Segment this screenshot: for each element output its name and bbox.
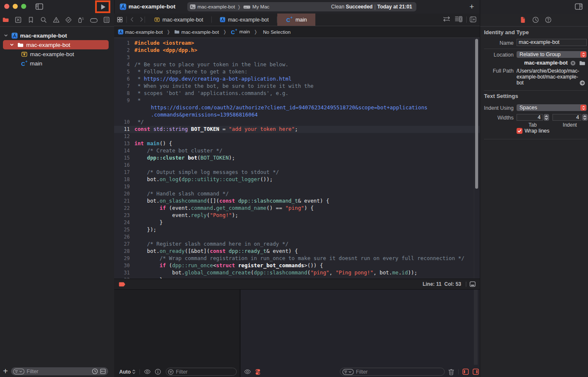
- hide-debug-area-button[interactable]: [469, 281, 476, 287]
- recent-files-clock-icon[interactable]: [92, 368, 98, 374]
- line-number: 7: [114, 83, 130, 90]
- code-line-30: 30 if (dpp::run_once<struct register_bot…: [114, 262, 480, 269]
- code-line-15: 15 dpp::cluster bot(BOT_TOKEN);: [114, 155, 480, 162]
- navigator-filter-field[interactable]: Filter: [11, 367, 108, 375]
- code-line-26: 26: [114, 233, 480, 241]
- console-filter-field[interactable]: Filter: [340, 368, 445, 376]
- line-number: 22: [114, 205, 130, 212]
- tab-width-field[interactable]: 4: [517, 114, 543, 121]
- tab-width-stepper[interactable]: [544, 114, 549, 121]
- go-forward-button[interactable]: [138, 16, 145, 23]
- help-inspector-tab-icon[interactable]: [545, 16, 552, 23]
- editor-tab-main[interactable]: C+main: [277, 14, 315, 26]
- line-content: /* Register slash command here in on_rea…: [134, 241, 288, 248]
- indent-width-field[interactable]: 4: [552, 114, 581, 121]
- titlebar-right-seam: [480, 0, 480, 14]
- variables-view[interactable]: Auto Filter: [114, 290, 240, 377]
- line-content: /* Wrap command registration in run_once…: [134, 255, 465, 262]
- code-line-14: 14 /* Create bot cluster */: [114, 147, 480, 155]
- tree-row-mac-example-bot-1[interactable]: mac-example-bot: [0, 40, 114, 49]
- project-navigator-tree: mac-example-botmac-example-botmac-exampl…: [0, 31, 114, 68]
- name-input[interactable]: mac-example-bot: [517, 39, 587, 46]
- navigator-tab-bookmarks-navigator[interactable]: [27, 16, 34, 23]
- scheme-destination[interactable]: My Mac: [251, 4, 269, 9]
- navigator-tab-breakpoints-navigator[interactable]: [90, 17, 98, 23]
- toggle-left-sidebar-button[interactable]: [36, 3, 43, 10]
- project-app-icon: [11, 33, 18, 39]
- line-content: */: [134, 119, 144, 126]
- code-line-5: 5 * Follow steps here to get a token:: [114, 68, 480, 76]
- navigator-tab-project-navigator[interactable]: [2, 16, 10, 23]
- variables-info-icon[interactable]: [155, 369, 161, 375]
- navigator-tab-debug-navigator[interactable]: [77, 16, 84, 23]
- tabbar-separator-2: [145, 16, 145, 23]
- reveal-path-arrow-icon[interactable]: [580, 80, 585, 86]
- variables-scope-menu[interactable]: Auto: [119, 369, 136, 375]
- jumpbar-item-mac-example-bot[interactable]: mac-example-bot: [118, 29, 163, 35]
- console-eye-icon[interactable]: [244, 369, 251, 374]
- history-inspector-tab-icon[interactable]: [532, 16, 539, 23]
- navigator-tab-tests-navigator[interactable]: [65, 16, 72, 23]
- run-button[interactable]: [99, 3, 107, 11]
- variables-eye-icon[interactable]: [144, 369, 151, 374]
- code-line-18: 18 bot.on_log(dpp::utility::cout_logger(…: [114, 176, 480, 183]
- library-add-button[interactable]: +: [467, 2, 477, 11]
- code-line-13: 13int main() {: [114, 140, 480, 147]
- clear-location-icon[interactable]: [570, 60, 576, 66]
- line-content: bot.global_command_create(dpp::slashcomm…: [134, 269, 417, 277]
- show-variables-view-toggle[interactable]: [462, 369, 469, 375]
- editor-tab-mac-example-bot[interactable]: mac-example-bot: [146, 14, 211, 26]
- added-files-badge-icon[interactable]: [100, 368, 106, 374]
- jumpbar-item-no-selection[interactable]: No Selection: [261, 30, 290, 35]
- variables-filter-field[interactable]: Filter: [166, 368, 237, 376]
- window-zoom-button[interactable]: [21, 4, 26, 9]
- navigator-tab-reports-navigator[interactable]: [103, 16, 110, 23]
- swap-editor-icon[interactable]: [443, 16, 450, 22]
- disclosure-chevron-icon[interactable]: [4, 33, 8, 38]
- add-editor-button[interactable]: [470, 16, 476, 23]
- console-scrollbar-track: [474, 290, 478, 365]
- wrap-lines-checkbox[interactable]: [517, 128, 522, 134]
- disclosure-chevron-icon[interactable]: [10, 43, 14, 47]
- show-console-view-toggle[interactable]: [473, 369, 479, 375]
- line-content: const std::string BOT_TOKEN = "add your …: [134, 126, 298, 133]
- line-number: 13: [114, 140, 130, 147]
- variables-filter-funnel-icon: [168, 369, 174, 375]
- editor-options-icon[interactable]: [455, 16, 462, 22]
- file-inspector-tab-icon[interactable]: [520, 16, 526, 23]
- line-number: 18: [114, 176, 130, 183]
- jumpbar-item-label: No Selection: [261, 30, 290, 35]
- related-items-grid-icon[interactable]: [117, 17, 123, 22]
- location-popup[interactable]: Relative to Group: [517, 51, 587, 58]
- go-back-button[interactable]: [129, 16, 135, 23]
- product-icon: [154, 17, 160, 22]
- clear-console-trash-icon[interactable]: [448, 369, 454, 375]
- breakpoint-indicator-icon[interactable]: [119, 282, 126, 287]
- window-minimize-button[interactable]: [13, 4, 18, 9]
- scheme-name[interactable]: mac-example-bot: [196, 4, 235, 9]
- choose-folder-icon[interactable]: [579, 60, 585, 66]
- tree-row-mac-example-bot-2[interactable]: mac-example-bot: [0, 49, 114, 59]
- line-number: 11: [114, 126, 130, 133]
- scheme-and-activity-bar[interactable]: mac-example-bot ❭ My Mac Clean Succeeded…: [187, 2, 416, 11]
- indent-using-popup[interactable]: Spaces: [517, 104, 587, 111]
- breakpoints-toggle-icon[interactable]: [255, 369, 261, 375]
- window-close-button[interactable]: [4, 4, 9, 9]
- editor-scrollbar-thumb[interactable]: [475, 39, 478, 189]
- console-view[interactable]: Filter: [241, 290, 480, 377]
- indent-width-stepper[interactable]: [582, 114, 588, 121]
- jumpbar-item-mac-example-bot[interactable]: mac-example-bot: [174, 29, 219, 35]
- toggle-right-inspector-button[interactable]: [575, 3, 583, 10]
- tree-row-mac-example-bot-0[interactable]: mac-example-bot: [0, 31, 114, 40]
- navigator-tab-issues-navigator[interactable]: [53, 16, 60, 23]
- source-code-editor[interactable]: 1#include <iostream>2#include <dpp/dpp.h…: [114, 38, 480, 279]
- tree-row-main-3[interactable]: C+main: [0, 59, 114, 68]
- jumpbar-item-main[interactable]: C+main: [230, 28, 250, 35]
- navigator-tab-source-control-navigator[interactable]: [15, 16, 22, 23]
- editor-tab-mac-example-bot[interactable]: mac-example-bot: [212, 14, 277, 26]
- line-number: 4: [114, 61, 130, 68]
- line-content: /* Output simple log messages to stdout …: [134, 169, 279, 176]
- add-item-button[interactable]: +: [3, 367, 8, 375]
- navigator-tab-find-navigator[interactable]: [40, 16, 47, 23]
- scheme-terminal-icon: [190, 4, 196, 10]
